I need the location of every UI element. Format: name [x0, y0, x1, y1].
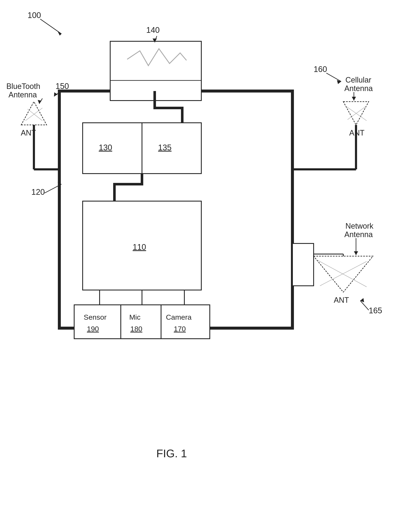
network-label1: Network — [345, 222, 374, 230]
network-label2: Antenna — [344, 230, 373, 239]
sensor-label: Sensor — [84, 313, 106, 321]
svg-rect-10 — [83, 123, 142, 174]
fig-label: FIG. 1 — [156, 447, 187, 460]
svg-rect-18 — [161, 305, 210, 339]
ref-110-label: 110 — [133, 243, 146, 252]
svg-marker-45 — [354, 251, 358, 255]
svg-line-46 — [360, 301, 369, 310]
ref-150-label: 150 — [56, 82, 69, 91]
camera-label: Camera — [166, 313, 192, 321]
ref-120-label: 120 — [31, 188, 45, 196]
bluetooth-label1: BlueTooth — [6, 82, 40, 91]
svg-rect-16 — [74, 305, 125, 339]
diagram-container: 100 120 140 130 135 110 Sensor 190 Mi — [0, 0, 420, 532]
svg-line-30 — [347, 106, 367, 120]
ref-170-label: 170 — [174, 325, 186, 333]
cellular-label2: Antenna — [344, 84, 373, 93]
ref-140-label: 140 — [146, 26, 160, 34]
svg-marker-27 — [54, 92, 58, 96]
ref-165-label: 165 — [369, 306, 382, 315]
svg-marker-34 — [352, 97, 356, 100]
mic-label: Mic — [129, 313, 140, 321]
svg-rect-11 — [142, 123, 201, 174]
ref-160-label: 160 — [314, 65, 327, 74]
svg-rect-37 — [292, 243, 314, 286]
ref-190-label: 190 — [87, 325, 99, 333]
svg-marker-19 — [21, 102, 47, 125]
svg-line-21 — [28, 109, 42, 121]
cellular-label1: Cellular — [345, 76, 371, 84]
ref-180-label: 180 — [130, 325, 142, 333]
ref-135-label: 135 — [158, 143, 171, 152]
svg-line-0 — [40, 19, 61, 34]
ref-100-label: 100 — [28, 11, 41, 20]
svg-rect-17 — [121, 305, 163, 339]
svg-line-35 — [326, 73, 341, 82]
bluetooth-label2: Antenna — [8, 90, 37, 99]
ref-130-label: 130 — [99, 143, 112, 152]
ant-net-label: ANT — [334, 296, 349, 304]
